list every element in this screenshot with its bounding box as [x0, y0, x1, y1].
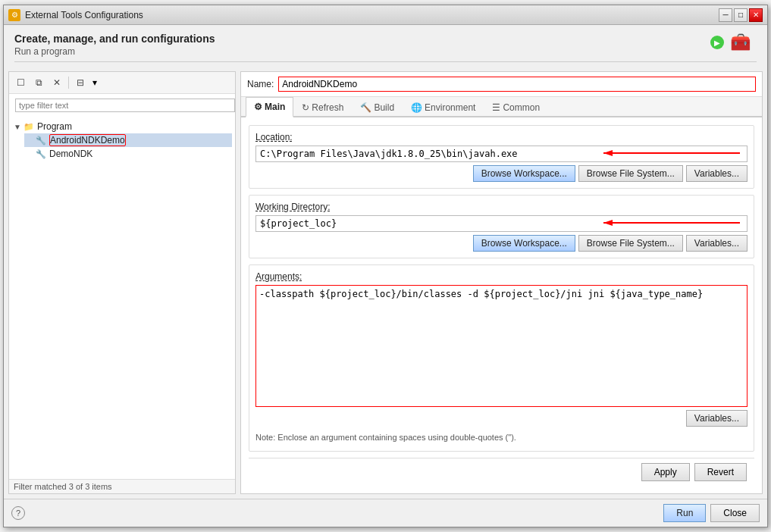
main-tab-label: Main: [265, 102, 285, 112]
new-config-button[interactable]: ☐: [12, 74, 29, 91]
apply-revert-row: Apply Revert: [249, 458, 754, 486]
tab-refresh[interactable]: ↻ Refresh: [293, 97, 352, 117]
build-tab-icon: 🔨: [360, 102, 371, 113]
arguments-label: Arguments:: [255, 271, 747, 282]
header-subtitle: Run a program: [14, 46, 215, 57]
location-wrapper: [255, 146, 747, 162]
variables-1-button[interactable]: Variables...: [686, 165, 747, 182]
header-section: Create, manage, and run configurations R…: [4, 25, 767, 67]
tab-build[interactable]: 🔨 Build: [352, 97, 403, 117]
filter-status-text: Filter matched 3 of 3 items: [14, 482, 112, 491]
revert-button[interactable]: Revert: [694, 463, 747, 481]
name-row: Name:: [241, 72, 762, 97]
footer-buttons: Run Close: [663, 504, 760, 522]
maximize-button[interactable]: □: [734, 8, 747, 22]
header-text: Create, manage, and run configurations R…: [14, 33, 215, 57]
header-title: Create, manage, and run configurations: [14, 33, 215, 45]
working-dir-buttons: Browse Workspace... Browse File System..…: [255, 235, 747, 252]
arguments-textarea[interactable]: -classpath ${project_loc}/bin/classes -d…: [255, 285, 747, 407]
filter-row: [9, 94, 235, 117]
header-right: ▶ 🧰: [710, 33, 757, 52]
variables-2-button[interactable]: Variables...: [686, 235, 747, 252]
tree-label-program: Program: [37, 121, 72, 132]
common-tab-icon: ☰: [492, 102, 500, 113]
location-label: Location:: [255, 132, 747, 142]
working-dir-input-row: [255, 215, 747, 232]
tab-content-main: Location:: [241, 117, 762, 493]
run-button[interactable]: Run: [663, 504, 706, 522]
common-tab-label: Common: [503, 102, 540, 113]
tree-label-demondk: DemoNDK: [49, 149, 92, 159]
main-dialog: ⚙ External Tools Configurations ─ □ ✕ Cr…: [3, 5, 768, 527]
tabs-row: ⚙ Main ↻ Refresh 🔨 Build 🌐 Environment ☰: [241, 97, 762, 117]
program-folder-icon: 📁: [23, 120, 35, 133]
tree-children: 🔧 AndroidNDKDemo 🔧 DemoNDK: [12, 133, 232, 161]
tree-item-demondk[interactable]: 🔧 DemoNDK: [24, 147, 232, 161]
tree-toggle-program: ▼: [14, 123, 23, 131]
filter-input[interactable]: [15, 99, 235, 112]
toolbox-icon: 🧰: [730, 33, 751, 52]
tab-environment[interactable]: 🌐 Environment: [403, 97, 484, 117]
working-dir-wrapper: [255, 215, 747, 232]
browse-filesystem-2-button[interactable]: Browse File System...: [578, 235, 683, 252]
delete-config-button[interactable]: ✕: [49, 74, 65, 91]
name-label: Name:: [247, 79, 274, 89]
left-status: Filter matched 3 of 3 items: [9, 479, 235, 493]
location-input-row: [255, 146, 747, 162]
right-panel: Name: ⚙ Main ↻ Refresh 🔨 Build 🌐: [240, 71, 763, 494]
browse-workspace-1-button[interactable]: Browse Workspace...: [473, 165, 575, 182]
title-bar-controls: ─ □ ✕: [719, 8, 763, 22]
tree-label-androidndkdemo: AndroidNDKDemo: [49, 134, 126, 146]
note-text: Note: Enclose an argument containing spa…: [255, 430, 747, 445]
run-icon: ▶: [710, 36, 724, 49]
toolbar-separator: [68, 77, 69, 89]
tree-item-program[interactable]: ▼ 📁 Program: [12, 120, 232, 133]
left-panel: ☐ ⧉ ✕ ⊟ ▾ ▼ 📁 Program: [8, 71, 236, 494]
name-input[interactable]: [278, 77, 756, 92]
browse-filesystem-1-button[interactable]: Browse File System...: [578, 165, 683, 182]
title-bar-left: ⚙ External Tools Configurations: [8, 9, 143, 21]
tree-item-androidndkdemo[interactable]: 🔧 AndroidNDKDemo: [24, 133, 232, 147]
arguments-section: Arguments: -classpath ${project_loc}/bin…: [249, 264, 754, 452]
android-proj-icon: 🔧: [35, 134, 47, 146]
dialog-icon: ⚙: [8, 9, 20, 21]
tree-area: ▼ 📁 Program 🔧 AndroidNDKDemo 🔧 DemoNDK: [9, 117, 235, 479]
tab-main[interactable]: ⚙ Main: [246, 97, 293, 117]
more-options-button[interactable]: ▾: [90, 75, 99, 90]
working-dir-label: Working Directory:: [255, 202, 747, 212]
dialog-title: External Tools Configurations: [25, 10, 143, 20]
copy-config-button[interactable]: ⧉: [30, 74, 47, 91]
collapse-button[interactable]: ⊟: [72, 74, 89, 91]
apply-button[interactable]: Apply: [641, 463, 690, 481]
build-tab-label: Build: [374, 102, 394, 113]
refresh-tab-icon: ↻: [302, 102, 309, 113]
dropdown-chevron-icon: ▾: [92, 77, 97, 88]
variables-3-button[interactable]: Variables...: [686, 410, 747, 427]
location-input[interactable]: [255, 146, 747, 162]
location-group: Location:: [249, 125, 754, 189]
header-divider: [14, 61, 757, 62]
location-buttons: Browse Workspace... Browse File System..…: [255, 165, 747, 182]
title-bar: ⚙ External Tools Configurations ─ □ ✕: [4, 5, 767, 25]
main-content: ☐ ⧉ ✕ ⊟ ▾ ▼ 📁 Program: [4, 67, 767, 499]
env-tab-label: Environment: [425, 102, 475, 113]
working-dir-group: Working Directory:: [249, 195, 754, 258]
minimize-button[interactable]: ─: [719, 8, 732, 22]
env-tab-icon: 🌐: [411, 102, 422, 113]
dialog-footer: ? Run Close: [4, 499, 767, 527]
refresh-tab-label: Refresh: [312, 102, 343, 113]
tab-common[interactable]: ☰ Common: [484, 97, 548, 117]
main-tab-icon: ⚙: [254, 102, 262, 112]
demo-proj-icon: 🔧: [35, 148, 47, 160]
close-window-button[interactable]: ✕: [749, 8, 763, 22]
help-button[interactable]: ?: [11, 506, 25, 520]
left-toolbar: ☐ ⧉ ✕ ⊟ ▾: [9, 72, 235, 94]
browse-workspace-2-button[interactable]: Browse Workspace...: [473, 235, 575, 252]
variables-row: Variables...: [255, 410, 747, 427]
close-button[interactable]: Close: [710, 504, 760, 522]
working-dir-input[interactable]: [255, 215, 747, 232]
